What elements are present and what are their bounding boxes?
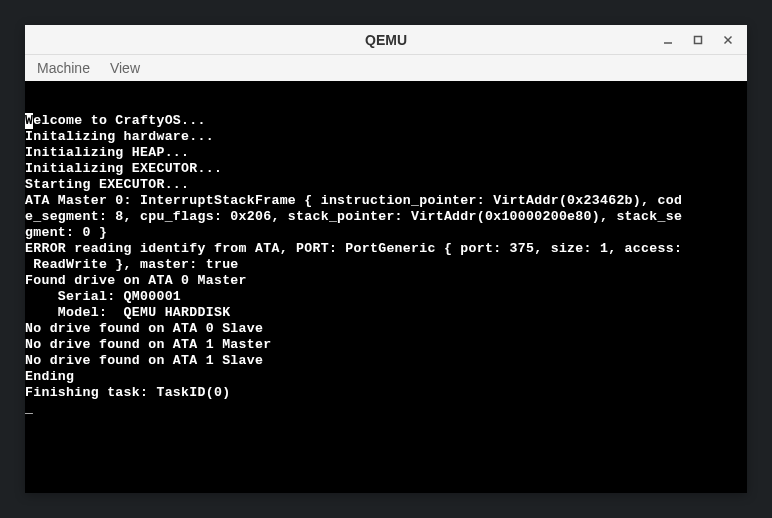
terminal-line: Model: QEMU HARDDISK (25, 305, 747, 321)
svg-rect-1 (695, 36, 702, 43)
terminal-line: No drive found on ATA 1 Slave (25, 353, 747, 369)
qemu-window: QEMU Machine View Welcome to CraftyOS...… (25, 25, 747, 493)
close-icon (723, 35, 733, 45)
terminal-line: ReadWrite }, master: true (25, 257, 747, 273)
minimize-button[interactable] (654, 28, 682, 52)
terminal-cursor-line: _ (25, 401, 747, 417)
window-controls (654, 28, 742, 52)
terminal-line: ERROR reading identify from ATA, PORT: P… (25, 241, 747, 257)
maximize-button[interactable] (684, 28, 712, 52)
terminal-line: Serial: QM00001 (25, 289, 747, 305)
terminal-line: Found drive on ATA 0 Master (25, 273, 747, 289)
terminal-line: Starting EXECUTOR... (25, 177, 747, 193)
terminal-line: Initalizing hardware... (25, 129, 747, 145)
terminal-line: ATA Master 0: InterruptStackFrame { inst… (25, 193, 747, 209)
minimize-icon (663, 35, 673, 45)
menu-machine[interactable]: Machine (33, 58, 94, 78)
terminal-line: e_segment: 8, cpu_flags: 0x206, stack_po… (25, 209, 747, 225)
titlebar: QEMU (25, 25, 747, 55)
window-title: QEMU (365, 32, 407, 48)
terminal-line: Finishing task: TaskID(0) (25, 385, 747, 401)
terminal-line: Ending (25, 369, 747, 385)
menubar: Machine View (25, 55, 747, 81)
terminal-line: Initializing HEAP... (25, 145, 747, 161)
terminal-line: gment: 0 } (25, 225, 747, 241)
close-button[interactable] (714, 28, 742, 52)
terminal-line: Initializing EXECUTOR... (25, 161, 747, 177)
menu-view[interactable]: View (106, 58, 144, 78)
terminal-output[interactable]: Welcome to CraftyOS...Initalizing hardwa… (25, 81, 747, 493)
terminal-line: Welcome to CraftyOS... (25, 113, 747, 129)
terminal-line: No drive found on ATA 1 Master (25, 337, 747, 353)
cursor-block: W (25, 113, 33, 129)
maximize-icon (693, 35, 703, 45)
terminal-line: No drive found on ATA 0 Slave (25, 321, 747, 337)
